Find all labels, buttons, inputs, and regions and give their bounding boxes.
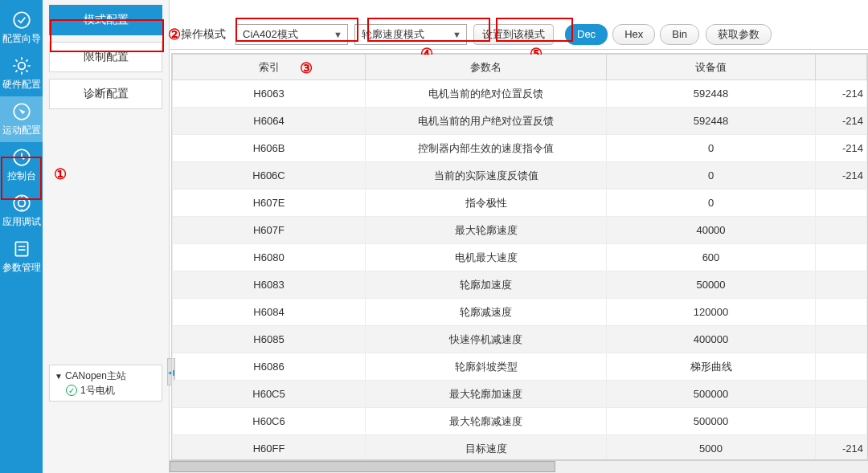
cell bbox=[816, 190, 867, 217]
rail-label: 应用调试 bbox=[2, 215, 41, 229]
tree-root-label[interactable]: CANopen主站 bbox=[65, 369, 126, 383]
cell: 控制器内部生效的速度指令值 bbox=[366, 135, 607, 162]
svg-point-4 bbox=[14, 195, 30, 211]
cell: 5000 bbox=[607, 435, 816, 461]
table-row[interactable]: H60FF目标速度5000-214 bbox=[173, 435, 867, 461]
cell: 50000 bbox=[607, 271, 816, 299]
col-name: 参数名 bbox=[366, 55, 607, 80]
table-row[interactable]: H606C当前的实际速度反馈值0-214 bbox=[173, 162, 867, 190]
console-icon bbox=[11, 147, 32, 168]
rail-item-wizard[interactable]: 配置向导 bbox=[0, 5, 43, 51]
rail-label: 硬件配置 bbox=[2, 78, 41, 92]
rail-label: 参数管理 bbox=[2, 261, 41, 275]
cell bbox=[816, 217, 867, 244]
tree-expand-icon[interactable]: ▼ bbox=[55, 372, 63, 381]
chevron-down-icon: ▼ bbox=[452, 30, 461, 39]
scrollbar-thumb[interactable] bbox=[170, 461, 555, 472]
table-row[interactable]: H6080电机最大速度600 bbox=[173, 244, 867, 271]
status-ok-icon: ✓ bbox=[66, 385, 77, 396]
cell: H606C bbox=[173, 162, 366, 190]
table-row[interactable]: H607F最大轮廓速度40000 bbox=[173, 217, 867, 244]
cell: H60FF bbox=[173, 435, 366, 461]
cell: 梯形曲线 bbox=[607, 353, 816, 381]
cell: 快速停机减速度 bbox=[366, 326, 607, 353]
cell: 电机当前的绝对位置反馈 bbox=[366, 80, 607, 108]
chevron-down-icon: ▼ bbox=[334, 30, 342, 39]
table-row[interactable]: H6083轮廓加速度50000 bbox=[173, 271, 867, 299]
cell: 0 bbox=[607, 135, 816, 162]
rail-item-hardware[interactable]: 硬件配置 bbox=[0, 51, 43, 96]
cell: H6084 bbox=[173, 299, 366, 326]
profile-mode-select[interactable]: 轮廓速度模式 ▼ bbox=[354, 24, 467, 45]
rail-item-debug[interactable]: 应用调试 bbox=[0, 188, 43, 234]
cell: H6063 bbox=[173, 80, 366, 108]
svg-point-1 bbox=[18, 63, 25, 70]
wizard-icon bbox=[11, 10, 32, 31]
radix-hex-button[interactable]: Hex bbox=[612, 24, 655, 45]
table-row[interactable]: H60C5最大轮廓加速度500000 bbox=[173, 381, 867, 408]
cell: 592448 bbox=[607, 108, 816, 135]
params-icon bbox=[11, 239, 32, 259]
set-mode-button[interactable]: 设置到该模式 bbox=[473, 24, 554, 45]
table-row[interactable]: H6085快速停机减速度400000 bbox=[173, 326, 867, 353]
cell: -214 bbox=[816, 135, 867, 162]
cell: 轮廓斜坡类型 bbox=[366, 353, 607, 381]
cell: H6080 bbox=[173, 244, 366, 271]
tree-child-label[interactable]: 1号电机 bbox=[80, 384, 115, 398]
cell: H60C5 bbox=[173, 381, 366, 408]
cell: -214 bbox=[816, 108, 867, 135]
cell: 当前的实际速度反馈值 bbox=[366, 162, 607, 190]
cell: -214 bbox=[816, 435, 867, 461]
cell: 轮廓加速度 bbox=[366, 271, 607, 299]
table-row[interactable]: H6086轮廓斜坡类型梯形曲线 bbox=[173, 353, 867, 381]
table-row[interactable]: H607E指令极性0 bbox=[173, 190, 867, 217]
cell: H6086 bbox=[173, 353, 366, 381]
cell: -214 bbox=[816, 80, 867, 108]
cell: H6064 bbox=[173, 108, 366, 135]
cell: 目标速度 bbox=[366, 435, 607, 461]
table-row[interactable]: H606B控制器内部生效的速度指令值0-214 bbox=[173, 135, 867, 162]
motion-icon bbox=[11, 101, 32, 122]
cell: 0 bbox=[607, 162, 816, 190]
col-device-value: 设备值 bbox=[607, 55, 816, 80]
nav-模式配置[interactable]: 模式配置 bbox=[49, 5, 162, 35]
rail-item-motion[interactable]: 运动配置 bbox=[0, 96, 43, 142]
table-row[interactable]: H6063电机当前的绝对位置反馈592448-214 bbox=[173, 80, 867, 108]
radix-dec-button[interactable]: Dec bbox=[565, 24, 608, 45]
table-row[interactable]: H60C6最大轮廓减速度500000 bbox=[173, 408, 867, 435]
nav-限制配置[interactable]: 限制配置 bbox=[49, 42, 162, 72]
cell: H606B bbox=[173, 135, 366, 162]
horizontal-scrollbar[interactable] bbox=[170, 460, 868, 473]
col-extra bbox=[816, 55, 867, 80]
debug-icon bbox=[11, 193, 32, 214]
cell: 轮廓减速度 bbox=[366, 299, 607, 326]
rail-item-params[interactable]: 参数管理 bbox=[0, 234, 43, 279]
mode-label: 操作模式 bbox=[181, 27, 226, 42]
device-tree[interactable]: ▼CANopen主站 ✓1号电机 bbox=[49, 365, 162, 402]
svg-rect-6 bbox=[15, 242, 27, 255]
cell: H607E bbox=[173, 190, 366, 217]
get-params-button[interactable]: 获取参数 bbox=[706, 24, 772, 45]
toolbar: 操作模式 CiA402模式 ▼ 轮廓速度模式 ▼ 设置到该模式 DecHexBi… bbox=[170, 0, 868, 50]
rail-item-console[interactable]: 控制台 bbox=[0, 142, 43, 188]
operation-mode-select[interactable]: CiA402模式 ▼ bbox=[235, 24, 348, 45]
radix-bin-button[interactable]: Bin bbox=[660, 24, 699, 45]
cell: H607F bbox=[173, 217, 366, 244]
parameter-table: 索引 ③ 参数名 设备值 H6063电机当前的绝对位置反馈592448-214H… bbox=[172, 54, 867, 460]
cell: 500000 bbox=[607, 408, 816, 435]
table-row[interactable]: H6084轮廓减速度120000 bbox=[173, 299, 867, 326]
cell: 最大轮廓速度 bbox=[366, 217, 607, 244]
cell: 120000 bbox=[607, 299, 816, 326]
cell: 600 bbox=[607, 244, 816, 271]
table-row[interactable]: H6064电机当前的用户绝对位置反馈592448-214 bbox=[173, 108, 867, 135]
rail-label: 运动配置 bbox=[2, 124, 41, 137]
cell bbox=[816, 271, 867, 299]
nav-诊断配置[interactable]: 诊断配置 bbox=[49, 79, 162, 109]
svg-point-5 bbox=[18, 200, 25, 207]
hardware-icon bbox=[11, 55, 32, 76]
config-nav-panel: 模式配置限制配置诊断配置 ▼CANopen主站 ✓1号电机 ◀ bbox=[43, 0, 170, 473]
rail-label: 配置向导 bbox=[2, 32, 41, 46]
cell: 40000 bbox=[607, 217, 816, 244]
cell bbox=[816, 381, 867, 408]
parameter-table-wrap[interactable]: 索引 ③ 参数名 设备值 H6063电机当前的绝对位置反馈592448-214H… bbox=[171, 53, 868, 460]
